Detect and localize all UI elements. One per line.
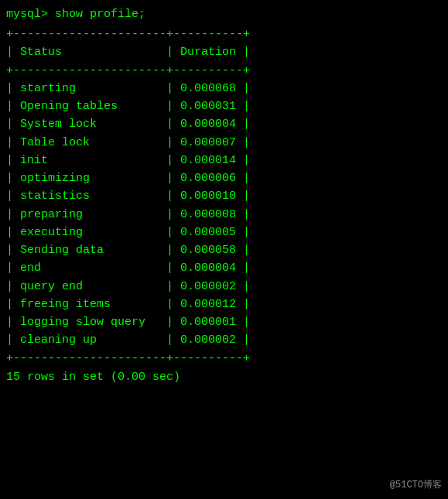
table-row: | preparing | 0.000008 | bbox=[6, 206, 442, 224]
table-row: | init | 0.000014 | bbox=[6, 152, 442, 169]
table-row: | logging slow query | 0.000001 | bbox=[6, 313, 442, 331]
terminal-window: mysql> show profile; +------------------… bbox=[0, 0, 448, 499]
table-header: | Status | Duration | bbox=[6, 43, 442, 61]
command-line: mysql> show profile; bbox=[6, 8, 442, 21]
table-row: | Table lock | 0.000007 | bbox=[6, 134, 442, 152]
table-body: | starting | 0.000068 || Opening tables … bbox=[6, 80, 442, 350]
table-row: | cleaning up | 0.000002 | bbox=[6, 331, 442, 349]
table-row: | optimizing | 0.000006 | bbox=[6, 169, 442, 187]
table-container: +----------------------+----------+ | St… bbox=[6, 26, 442, 367]
separator-bottom: +----------------------+----------+ bbox=[6, 350, 442, 367]
separator-top: +----------------------+----------+ bbox=[6, 26, 442, 43]
footer-text: 15 rows in set (0.00 sec) bbox=[6, 371, 442, 384]
watermark: @51CTO博客 bbox=[390, 478, 442, 491]
table-row: | query end | 0.000002 | bbox=[6, 278, 442, 296]
table-row: | Sending data | 0.000058 | bbox=[6, 241, 442, 259]
table-row: | statistics | 0.000010 | bbox=[6, 187, 442, 205]
table-row: | Opening tables | 0.000031 | bbox=[6, 97, 442, 115]
table-row: | starting | 0.000068 | bbox=[6, 80, 442, 97]
table-row: | freeing items | 0.000012 | bbox=[6, 296, 442, 313]
separator-mid: +----------------------+----------+ bbox=[6, 62, 442, 80]
table-row: | executing | 0.000005 | bbox=[6, 224, 442, 241]
table-row: | System lock | 0.000004 | bbox=[6, 115, 442, 133]
table-row: | end | 0.000004 | bbox=[6, 259, 442, 277]
